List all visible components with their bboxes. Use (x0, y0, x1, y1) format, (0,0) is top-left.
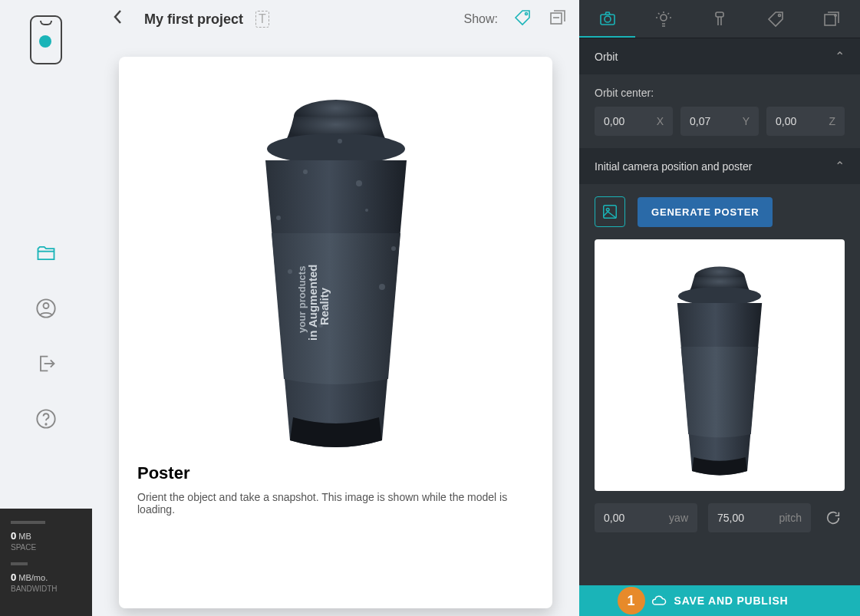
orbit-y-input[interactable]: Y (680, 107, 759, 136)
main-area: My first project T Show: (92, 0, 579, 616)
project-title: My first project (144, 12, 243, 28)
logo-device-icon (30, 15, 62, 64)
poster-image[interactable]: your products in Augmented Reality (119, 57, 552, 463)
save-publish-button[interactable]: 1 SAVE AND PUBLISH (579, 585, 860, 616)
show-label: Show: (464, 12, 498, 26)
generate-poster-button[interactable]: GENERATE POSTER (638, 197, 773, 227)
svg-rect-5 (551, 13, 562, 24)
svg-text:Reality: Reality (318, 287, 331, 325)
account-icon[interactable] (34, 296, 58, 321)
yaw-input[interactable]: yaw (595, 503, 697, 532)
svg-point-14 (365, 209, 368, 212)
poster-card: your products in Augmented Reality Poste… (119, 57, 552, 608)
svg-point-8 (303, 170, 308, 174)
svg-point-15 (276, 216, 281, 220)
section-camera-header[interactable]: Initial camera position and poster ⌃ (579, 148, 860, 184)
bandwidth-value: 0 (11, 572, 16, 583)
svg-point-30 (678, 287, 761, 305)
poster-picture-icon[interactable] (595, 196, 625, 227)
poster-preview (595, 239, 845, 491)
svg-point-22 (661, 15, 667, 21)
notification-badge: 1 (618, 587, 645, 614)
logout-icon[interactable] (34, 351, 58, 376)
space-label: SPACE (11, 543, 81, 552)
yaw-label: yaw (669, 512, 688, 524)
save-publish-label: SAVE AND PUBLISH (674, 595, 789, 607)
show-tag-icon[interactable] (513, 8, 532, 30)
help-icon[interactable] (34, 407, 58, 431)
right-panel: Orbit ⌃ Orbit center: X Y Z Initial came… (579, 0, 860, 616)
tab-layout[interactable] (804, 0, 860, 38)
cloud-icon (651, 593, 667, 608)
tab-lighting[interactable] (635, 0, 691, 38)
svg-point-11 (288, 269, 292, 274)
svg-point-12 (379, 284, 385, 290)
bandwidth-unit: MB/mo. (18, 573, 48, 582)
rename-icon[interactable]: T (255, 11, 269, 28)
svg-point-28 (606, 208, 609, 211)
svg-rect-23 (716, 12, 723, 17)
section-camera-title: Initial camera position and poster (595, 160, 752, 173)
show-layout-icon[interactable] (549, 8, 567, 30)
space-value: 0 (11, 530, 16, 542)
sidebar-left: 0 MB SPACE 0 MB/mo. BANDWIDTH (0, 0, 92, 616)
orbit-y-label: Y (743, 115, 750, 127)
orbit-z-label: Z (829, 115, 835, 127)
top-bar: My first project T Show: (92, 0, 579, 38)
svg-point-10 (338, 139, 342, 143)
projects-folder-icon[interactable] (34, 241, 58, 265)
svg-point-4 (526, 13, 528, 15)
pitch-input[interactable]: pitch (708, 503, 811, 532)
orbit-z-input[interactable]: Z (766, 107, 845, 136)
chevron-up-icon: ⌃ (835, 49, 845, 64)
orbit-center-label: Orbit center: (595, 87, 845, 99)
svg-rect-25 (825, 15, 835, 25)
section-orbit-title: Orbit (595, 51, 618, 63)
tab-camera[interactable] (579, 0, 635, 38)
svg-point-9 (356, 180, 362, 186)
pitch-label: pitch (779, 512, 802, 524)
orbit-x-input[interactable]: X (595, 107, 673, 136)
orbit-x-label: X (657, 115, 664, 127)
svg-point-7 (267, 133, 405, 164)
card-description: Orient the object and take a snapshot. T… (137, 491, 534, 516)
section-camera: GENERATE POSTER yaw pitch (579, 184, 860, 545)
section-orbit-header[interactable]: Orbit ⌃ (579, 38, 860, 74)
panel-tabs (579, 0, 860, 38)
tab-material[interactable] (691, 0, 747, 38)
card-title: Poster (137, 463, 534, 483)
bandwidth-label: BANDWIDTH (11, 585, 81, 593)
reset-rotation-icon[interactable] (822, 506, 845, 529)
svg-point-16 (391, 246, 396, 251)
svg-point-1 (44, 303, 49, 308)
section-orbit: Orbit center: X Y Z (579, 74, 860, 148)
chevron-up-icon: ⌃ (835, 159, 845, 173)
back-button[interactable] (104, 5, 132, 33)
tab-hotspot[interactable] (748, 0, 804, 38)
svg-point-24 (779, 14, 781, 16)
space-unit: MB (18, 532, 31, 541)
svg-point-3 (45, 423, 46, 424)
svg-point-21 (605, 16, 611, 22)
canvas-area: your products in Augmented Reality Poste… (92, 38, 579, 616)
sidebar-footer: 0 MB SPACE 0 MB/mo. BANDWIDTH (0, 509, 92, 616)
